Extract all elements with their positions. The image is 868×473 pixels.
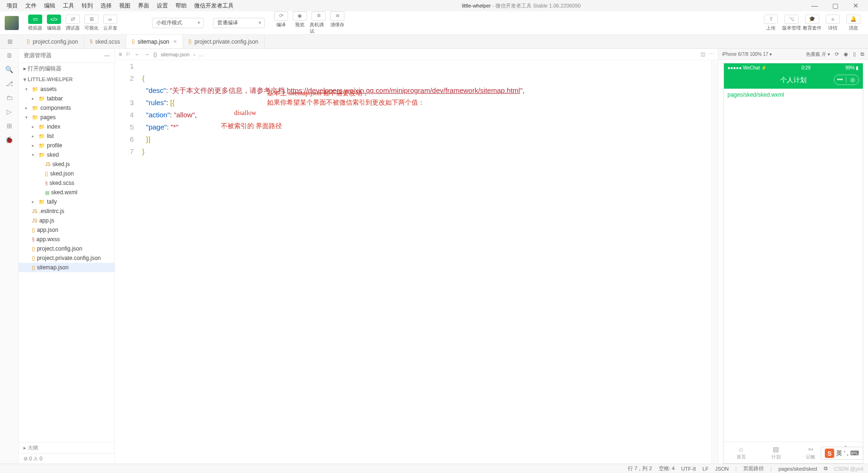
menu-item[interactable]: 微信开发者工具 [191, 1, 236, 11]
more-icon[interactable]: ⋯ [104, 53, 110, 59]
tree-item[interactable]: ▾📁assets [19, 84, 114, 94]
tree-item[interactable]: ▸📁tabbar [19, 94, 114, 103]
toolbar-button[interactable]: ≡详情 [823, 15, 843, 31]
tree-item[interactable]: JS.eslintrc.js [19, 206, 114, 216]
tree-item[interactable]: §app.wxss [19, 235, 114, 244]
encoding-status[interactable]: UTF-8 [681, 466, 696, 472]
explorer-icon[interactable]: 🗎 [6, 52, 13, 59]
toolbar-button[interactable]: ✲真机调试 [310, 11, 327, 35]
tabbar-item[interactable]: ▤计划 [759, 442, 793, 463]
project-root[interactable]: LITTLE-WHELPER [28, 76, 73, 82]
tree-item[interactable]: ▾📁sked [19, 150, 114, 160]
device-icon[interactable]: ▯ [853, 51, 856, 57]
popout-icon[interactable]: ⧉ [860, 51, 864, 57]
mode-select[interactable]: 小程序模式 [152, 18, 204, 28]
toolbar-button[interactable]: ◉预览 [291, 11, 309, 35]
minimize-button[interactable]: — [806, 2, 823, 9]
avatar[interactable] [5, 16, 19, 30]
menu-item[interactable]: 转到 [79, 1, 96, 11]
toolbar-button[interactable]: ≋清缓存 [328, 11, 346, 35]
menu-item[interactable]: 设置 [154, 1, 171, 11]
tree-item[interactable]: ▸📁profile [19, 141, 114, 150]
tree-item[interactable]: {}sitemap.json [19, 263, 114, 272]
eol-status[interactable]: LF [702, 466, 708, 472]
back-icon[interactable]: ← [135, 51, 140, 58]
split-icon[interactable]: ◫ [700, 51, 705, 57]
tabbar-item[interactable]: ⌂首页 [724, 442, 759, 463]
list-icon[interactable]: ≡ [119, 51, 122, 58]
版本管理-icon: ⌥ [784, 15, 799, 24]
tree-item[interactable]: ▸📁tally [19, 197, 114, 206]
problems-status[interactable]: ⊘ 0 ⚠ 0 [19, 453, 114, 464]
tree-item[interactable]: §sked.scss [19, 178, 114, 188]
language-status[interactable]: JSON [715, 466, 729, 472]
menu-item[interactable]: 文件 [23, 1, 39, 11]
refresh-icon[interactable]: ⟳ [835, 51, 839, 57]
more-icon[interactable]: ⋯ [709, 51, 714, 57]
toolbar-button[interactable]: 🔔消息 [844, 15, 863, 31]
copy-icon[interactable]: ⧉ [824, 465, 828, 472]
toolbar-button[interactable]: ⇄调试器 [64, 15, 82, 31]
compile-select[interactable]: 普通编译 [213, 18, 265, 28]
cursor-position[interactable]: 行 7，列 2 [628, 465, 652, 472]
branch-icon[interactable]: ⎇ [6, 80, 13, 87]
tree-item[interactable]: ▾📁pages [19, 113, 114, 122]
toolbar-button[interactable]: ▭模拟器 [26, 15, 44, 31]
tree-item[interactable]: ▤sked.wxml [19, 188, 114, 197]
toolbar-button[interactable]: </>编辑器 [45, 15, 63, 31]
simulator[interactable]: ●●●●● WeChat ⚡ 0:29 99% ▮ 个人计划 •••◎ page… [723, 63, 863, 464]
tree-item[interactable]: {}sked.json [19, 169, 114, 178]
tree-item[interactable]: {}app.json [19, 225, 114, 235]
forward-icon[interactable]: → [144, 51, 150, 58]
toolbar-button[interactable]: ⇪上传 [761, 15, 781, 31]
toolbar-button[interactable]: ⊞可视化 [83, 15, 100, 31]
menu-item[interactable]: 界面 [135, 1, 152, 11]
device-select[interactable]: iPhone 6/7/8 100% 17 ▾ [722, 52, 772, 57]
close-button[interactable]: ✕ [847, 2, 864, 9]
toolbar-button[interactable]: ⌥版本管理 [782, 15, 801, 31]
menu-item[interactable]: 帮助 [173, 1, 190, 11]
close-icon[interactable]: ✕ [173, 39, 177, 44]
editor-tab[interactable]: {}project.private.config.json [183, 35, 265, 48]
breadcrumb-file[interactable]: sitemap.json [160, 52, 190, 57]
maximize-button[interactable]: ▢ [827, 2, 844, 9]
tree-item[interactable]: ▸📁list [19, 131, 114, 141]
reload-select[interactable]: 热重载 开 ▾ [806, 51, 830, 58]
menu-item[interactable]: 项目 [4, 1, 21, 11]
bookmark-icon[interactable]: ⚐ [126, 51, 131, 58]
menu-item[interactable]: 视图 [116, 1, 133, 11]
code-editor[interactable]: 1˅ 2 3˅ 4 5 6 7 { "desc": "关于本文件的更多信息，请参… [115, 60, 718, 464]
云开发-icon: ∞ [103, 15, 117, 24]
plugin-icon[interactable]: 🐞 [5, 136, 13, 144]
capsule[interactable]: •••◎ [834, 75, 859, 85]
sidebar-toggle-icon[interactable]: ⊞ [8, 38, 13, 45]
menu-item[interactable]: 选择 [98, 1, 114, 11]
editor-tab[interactable]: §sked.scss [84, 35, 126, 48]
folder-icon[interactable]: 🗀 [6, 94, 13, 101]
breadcrumb-more[interactable]: ... [199, 52, 203, 57]
tree-item[interactable]: ▸📁index [19, 122, 114, 131]
editor-tab[interactable]: {}sitemap.json✕ [126, 35, 183, 48]
tree-item[interactable]: JSapp.js [19, 216, 114, 225]
menu-item[interactable]: 编辑 [41, 1, 58, 11]
toolbar-button[interactable]: 🎓教育套件 [802, 15, 822, 31]
page-path-value[interactable]: pages/sked/sked [778, 466, 817, 472]
tree-item[interactable]: ▸📁components [19, 103, 114, 113]
minimap[interactable] [711, 60, 718, 464]
search-icon[interactable]: 🔍 [5, 66, 13, 73]
extension-icon[interactable]: ⊞ [7, 122, 12, 130]
tree-item[interactable]: JSsked.js [19, 160, 114, 169]
open-editors-section[interactable]: ▸ 打开的编辑器 [19, 62, 114, 75]
twist-icon: ▸ [32, 134, 37, 138]
run-icon[interactable]: ▷ [7, 108, 12, 115]
tree-item[interactable]: {}project.private.config.json [19, 253, 114, 263]
record-icon[interactable]: ◉ [844, 51, 848, 57]
toolbar-button[interactable]: ⟳编译 [272, 11, 290, 35]
editor-tab[interactable]: {}project.config.json [21, 35, 84, 48]
indent-status[interactable]: 空格: 4 [659, 465, 675, 472]
outline-section[interactable]: ▸ 大纲 [19, 442, 114, 453]
ime-indicator[interactable]: S 英 ' , ⌨ [821, 447, 863, 460]
tree-item[interactable]: {}project.config.json [19, 244, 114, 253]
toolbar-button[interactable]: ∞云开发 [101, 15, 119, 31]
menu-item[interactable]: 工具 [60, 1, 77, 11]
